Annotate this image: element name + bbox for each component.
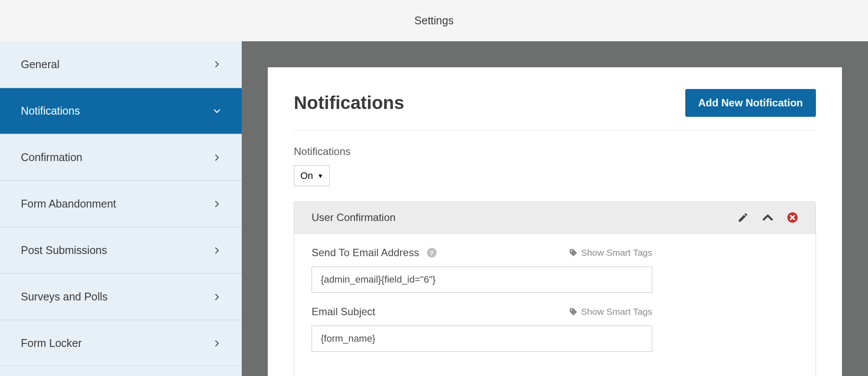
sidebar-item-surveys-and-polls[interactable]: Surveys and Polls bbox=[0, 274, 242, 320]
field-label-text: Email Subject bbox=[312, 306, 375, 318]
tag-icon bbox=[569, 248, 578, 257]
edit-icon[interactable] bbox=[737, 212, 749, 223]
settings-sidebar: General Notifications Confirmation Form … bbox=[0, 41, 242, 376]
chevron-right-icon bbox=[213, 154, 221, 162]
sidebar-item-confirmation[interactable]: Confirmation bbox=[0, 134, 242, 181]
panel-header: Notifications Add New Notification bbox=[294, 89, 816, 130]
field-header: Email Subject Show Smart Tags bbox=[312, 306, 652, 318]
notification-title: User Confirmation bbox=[312, 211, 395, 224]
notification-block: User Confirmation bbox=[294, 201, 816, 376]
send-to-field: Send To Email Address ? Show Smart Tags bbox=[312, 247, 798, 293]
settings-panel: Notifications Add New Notification Notif… bbox=[268, 67, 842, 376]
smart-tags-label: Show Smart Tags bbox=[581, 247, 652, 258]
sidebar-item-label: Form Abandonment bbox=[21, 198, 116, 210]
email-subject-label: Email Subject bbox=[312, 306, 375, 318]
notification-body: Send To Email Address ? Show Smart Tags bbox=[294, 234, 815, 376]
dropdown-caret-icon: ▼ bbox=[317, 172, 323, 179]
notifications-toggle-label: Notifications bbox=[294, 145, 816, 158]
smart-tags-label: Show Smart Tags bbox=[581, 307, 652, 317]
notifications-toggle-value: On bbox=[300, 170, 313, 181]
send-to-label: Send To Email Address ? bbox=[312, 247, 437, 259]
chevron-right-icon bbox=[213, 340, 221, 347]
chevron-right-icon bbox=[213, 247, 221, 254]
sidebar-item-label: Post Submissions bbox=[21, 244, 107, 257]
chevron-right-icon bbox=[213, 293, 221, 301]
show-smart-tags-link[interactable]: Show Smart Tags bbox=[569, 247, 652, 258]
sidebar-item-post-submissions[interactable]: Post Submissions bbox=[0, 227, 242, 274]
chevron-down-icon bbox=[213, 107, 221, 115]
sidebar-item-label: Form Locker bbox=[21, 337, 82, 350]
send-to-input[interactable] bbox=[312, 267, 652, 293]
chevron-right-icon bbox=[213, 60, 221, 68]
tag-icon bbox=[569, 307, 578, 316]
header-title: Settings bbox=[414, 14, 454, 27]
page-header: Settings bbox=[0, 0, 868, 41]
main-area: Notifications Add New Notification Notif… bbox=[242, 41, 868, 376]
sidebar-item-general[interactable]: General bbox=[0, 41, 242, 88]
panel-title: Notifications bbox=[294, 92, 404, 113]
notification-block-header: User Confirmation bbox=[294, 202, 815, 234]
help-icon[interactable]: ? bbox=[427, 248, 437, 257]
sidebar-item-notifications[interactable]: Notifications bbox=[0, 88, 242, 134]
delete-icon[interactable] bbox=[787, 212, 798, 223]
field-label-text: Send To Email Address bbox=[312, 247, 419, 259]
sidebar-item-label: Confirmation bbox=[21, 151, 82, 164]
sidebar-item-label: Surveys and Polls bbox=[21, 290, 108, 303]
body-wrap: General Notifications Confirmation Form … bbox=[0, 41, 868, 376]
email-subject-field: Email Subject Show Smart Tags bbox=[312, 306, 798, 352]
sidebar-item-form-locker[interactable]: Form Locker bbox=[0, 320, 242, 366]
notification-actions bbox=[737, 211, 798, 224]
chevron-right-icon bbox=[213, 200, 221, 208]
sidebar-item-label: Notifications bbox=[21, 105, 80, 117]
collapse-icon[interactable] bbox=[762, 211, 774, 224]
email-subject-input[interactable] bbox=[312, 326, 652, 352]
sidebar-item-label: General bbox=[21, 58, 59, 71]
field-header: Send To Email Address ? Show Smart Tags bbox=[312, 247, 652, 259]
sidebar-item-form-abandonment[interactable]: Form Abandonment bbox=[0, 181, 242, 227]
notifications-toggle-select[interactable]: On ▼ bbox=[294, 165, 330, 186]
show-smart-tags-link[interactable]: Show Smart Tags bbox=[569, 307, 652, 317]
notifications-toggle-section: Notifications On ▼ bbox=[294, 145, 816, 186]
add-new-notification-button[interactable]: Add New Notification bbox=[685, 89, 816, 117]
